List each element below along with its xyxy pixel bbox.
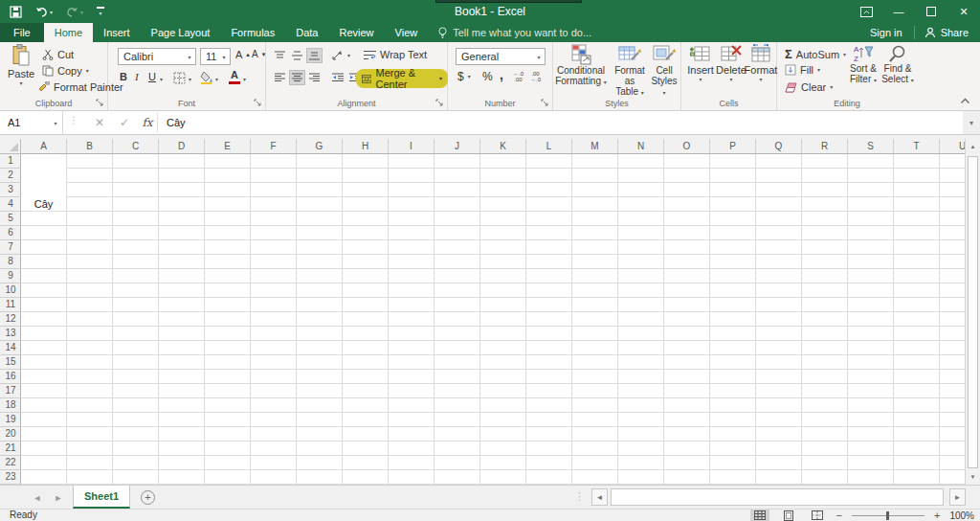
confirm-entry-button[interactable]: ✓ — [113, 111, 136, 134]
copy-dropdown-caret[interactable]: ▾ — [86, 68, 89, 74]
tab-insert[interactable]: Insert — [93, 23, 141, 42]
center-button[interactable] — [289, 70, 305, 85]
tab-formulas[interactable]: Formulas — [220, 23, 285, 42]
row-header-23[interactable]: 23 — [0, 470, 21, 485]
format-as-table-button[interactable]: Format as Table ▾ — [609, 44, 651, 97]
fill-color-dropdown-caret[interactable]: ▾ — [215, 77, 218, 82]
bottom-align-button[interactable] — [306, 48, 323, 63]
row-header-7[interactable]: 7 — [0, 240, 21, 255]
select-all-corner[interactable] — [0, 139, 21, 154]
row-header-18[interactable]: 18 — [0, 398, 21, 413]
fill-button[interactable]: Fill ▾ — [785, 64, 820, 76]
formula-bar-resize-handle[interactable]: ⋮ — [69, 115, 78, 125]
borders-icon[interactable] — [173, 72, 186, 84]
insert-cells-button[interactable]: Insert ▾ — [686, 44, 715, 82]
previous-sheet-arrow[interactable]: ◄ — [29, 486, 46, 510]
clear-button[interactable]: Clear ▾ — [785, 81, 833, 93]
clear-dropdown-caret[interactable]: ▾ — [830, 84, 833, 90]
sort-filter-button[interactable]: AZ Sort & Filter ▾ — [846, 44, 880, 84]
merge-and-center-dropdown-caret[interactable]: ▾ — [439, 76, 442, 81]
row-header-20[interactable]: 20 — [0, 427, 21, 442]
row-header-17[interactable]: 17 — [0, 384, 21, 398]
font-size-select[interactable]: 11 ▾ — [200, 48, 231, 65]
insert-function-button[interactable]: fx — [136, 111, 159, 134]
scroll-up-arrow[interactable]: ▲ — [966, 139, 980, 154]
next-sheet-arrow[interactable]: ► — [50, 486, 67, 510]
cancel-entry-button[interactable]: ✕ — [88, 111, 111, 134]
column-header-M[interactable]: M — [572, 139, 618, 154]
row-header-22[interactable]: 22 — [0, 456, 21, 470]
merge-and-center-button[interactable]: Merge & Center ▾ — [356, 69, 448, 88]
font-color-icon[interactable]: A — [229, 70, 240, 84]
expand-formula-bar-button[interactable]: ▾ — [963, 111, 980, 134]
font-dialog-launcher-icon[interactable] — [254, 99, 262, 107]
row-header-8[interactable]: 8 — [0, 255, 21, 269]
collapse-ribbon-button[interactable] — [960, 98, 970, 104]
zoom-slider[interactable] — [852, 510, 924, 521]
column-header-L[interactable]: L — [526, 139, 572, 154]
row-header-12[interactable]: 12 — [0, 312, 21, 327]
find-select-button[interactable]: Find & Select ▾ — [880, 44, 915, 84]
row-header-5[interactable]: 5 — [0, 212, 21, 226]
page-layout-view-button[interactable] — [779, 510, 798, 521]
comma-style-button[interactable]: , — [500, 67, 503, 82]
new-sheet-button[interactable]: + — [141, 490, 155, 505]
scroll-left-arrow[interactable]: ◄ — [591, 488, 608, 506]
tab-scrollbar-splitter[interactable]: ⋮ — [574, 490, 585, 503]
horizontal-scroll-thumb[interactable] — [611, 488, 944, 506]
column-header-A[interactable]: A — [21, 139, 67, 154]
delete-cells-button[interactable]: Delete ▾ — [717, 44, 746, 82]
underline-dropdown-caret[interactable]: ▾ — [160, 77, 163, 82]
maximize-button[interactable] — [915, 0, 947, 23]
increase-font-size-button[interactable]: A▴ — [235, 49, 250, 60]
italic-button[interactable]: I — [135, 71, 139, 82]
row-header-4[interactable]: 4 — [0, 197, 21, 212]
row-header-9[interactable]: 9 — [0, 269, 21, 283]
zoom-slider-thumb[interactable] — [886, 511, 889, 520]
percent-style-button[interactable]: % — [482, 70, 493, 83]
column-header-C[interactable]: C — [113, 139, 159, 154]
accounting-dropdown-caret[interactable]: ▾ — [468, 74, 471, 79]
zoom-in-button[interactable]: + — [934, 510, 940, 521]
vertical-scrollbar[interactable]: ▲ ▼ — [965, 139, 980, 485]
cut-button[interactable]: Cut — [42, 49, 74, 60]
tab-review[interactable]: Review — [328, 23, 384, 42]
cell-styles-button[interactable]: Cell Styles ▾ — [649, 44, 679, 97]
row-header-21[interactable]: 21 — [0, 442, 21, 456]
row-header-15[interactable]: 15 — [0, 355, 21, 370]
row-header-14[interactable]: 14 — [0, 341, 21, 355]
fill-dropdown-caret[interactable]: ▾ — [817, 67, 820, 73]
middle-align-button[interactable] — [289, 48, 305, 63]
column-header-J[interactable]: J — [434, 139, 480, 154]
increase-decimal-button[interactable]: ←.0 .00 — [513, 71, 523, 82]
font-color-dropdown-caret[interactable]: ▾ — [243, 77, 246, 82]
tab-home[interactable]: Home — [44, 23, 93, 42]
close-button[interactable]: ✕ — [947, 0, 980, 23]
clipboard-dialog-launcher-icon[interactable] — [96, 99, 104, 107]
page-break-preview-button[interactable] — [808, 510, 827, 521]
column-header-G[interactable]: G — [297, 139, 343, 154]
decrease-decimal-button[interactable]: .00 →.0 — [530, 71, 541, 82]
column-header-D[interactable]: D — [159, 139, 205, 154]
column-header-P[interactable]: P — [710, 139, 756, 154]
column-header-U[interactable]: U — [940, 139, 965, 154]
share-button[interactable]: Share — [914, 26, 980, 39]
borders-dropdown-caret[interactable]: ▾ — [189, 77, 191, 82]
normal-view-button[interactable] — [750, 510, 769, 521]
decrease-font-size-button[interactable]: A▾ — [252, 49, 265, 59]
column-header-K[interactable]: K — [480, 139, 526, 154]
row-header-2[interactable]: 2 — [0, 169, 21, 183]
paste-dropdown-caret[interactable]: ▾ — [19, 80, 22, 86]
row-header-3[interactable]: 3 — [0, 183, 21, 197]
orientation-button[interactable]: ▾ — [331, 49, 350, 61]
scroll-down-arrow[interactable]: ▼ — [966, 469, 980, 485]
row-header-1[interactable]: 1 — [0, 154, 21, 169]
wrap-text-button[interactable]: Wrap Text — [364, 49, 427, 60]
tab-data[interactable]: Data — [285, 23, 328, 42]
row-header-11[interactable]: 11 — [0, 298, 21, 312]
formula-input[interactable]: Cây — [167, 111, 186, 134]
zoom-level[interactable]: 100% — [949, 510, 974, 521]
column-header-S[interactable]: S — [848, 139, 894, 154]
name-box[interactable]: A1 ▾ — [0, 111, 63, 134]
column-header-N[interactable]: N — [618, 139, 664, 154]
